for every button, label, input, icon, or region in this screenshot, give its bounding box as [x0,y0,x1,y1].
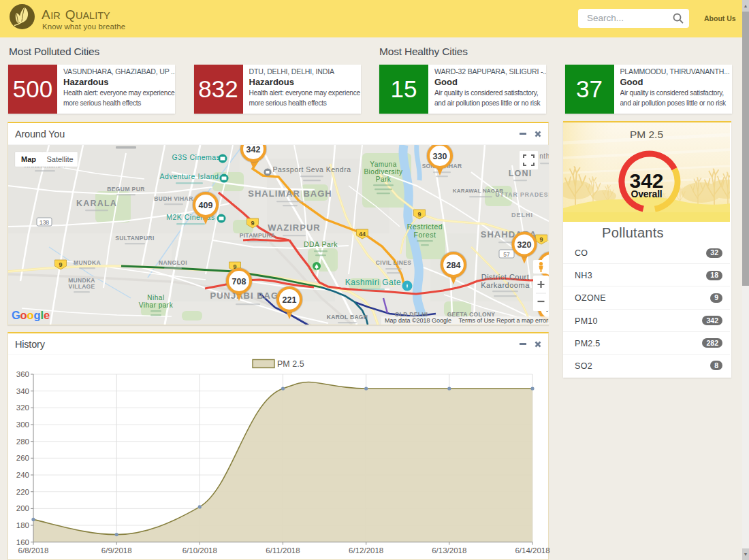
svg-text:6/10/2018: 6/10/2018 [182,546,217,555]
svg-text:BUDH VIHAR: BUDH VIHAR [154,195,193,202]
svg-text:6/12/2018: 6/12/2018 [349,546,383,555]
svg-text:280: 280 [16,438,29,446]
svg-text:Karkardooma: Karkardooma [481,281,530,289]
svg-text:6/11/2018: 6/11/2018 [266,546,300,555]
svg-text:240: 240 [16,471,29,479]
svg-text:138: 138 [39,219,49,226]
svg-text:LONI: LONI [509,169,532,178]
svg-text:SHALIMAR BAGH: SHALIMAR BAGH [248,188,332,199]
svg-text:6/9/2018: 6/9/2018 [101,546,132,555]
svg-text:Adventure Island: Adventure Island [160,172,219,180]
svg-text:KAROL BAGH: KAROL BAGH [327,314,368,320]
svg-text:G: G [12,309,20,321]
svg-text:PITAMPURA: PITAMPURA [240,232,276,239]
svg-text:BEGUM PUR: BEGUM PUR [107,186,145,193]
svg-text:Kashmiri Gate: Kashmiri Gate [345,278,402,287]
svg-text:KARAWAL NAGAR: KARAWAL NAGAR [453,188,503,194]
svg-text:VILLAGE: VILLAGE [69,283,95,290]
svg-text:Biodiversity: Biodiversity [364,168,402,176]
svg-text:180: 180 [16,521,29,529]
svg-text:o: o [20,309,27,321]
svg-text:Yamuna: Yamuna [370,161,397,168]
svg-text:57: 57 [503,251,510,258]
svg-text:9: 9 [417,211,421,218]
svg-text:MUNDKA: MUNDKA [74,259,101,266]
svg-text:260: 260 [16,454,29,462]
svg-text:CIVIL LINES: CIVIL LINES [376,259,411,266]
svg-text:Restricted: Restricted [407,223,443,231]
svg-text:409: 409 [199,201,213,210]
svg-text:District Court: District Court [481,273,530,281]
svg-text:330: 330 [433,152,447,161]
svg-text:PUNJABI BAGH: PUNJABI BAGH [210,291,286,301]
svg-text:Nihal: Nihal [147,294,164,301]
svg-text:DELHI: DELHI [511,212,533,218]
svg-text:g: g [34,309,41,321]
svg-text:44: 44 [359,231,366,237]
svg-text:DDA Park: DDA Park [304,240,338,248]
svg-text:UTTAR PRADESH: UTTAR PRADESH [495,191,549,198]
svg-text:6/8/2018: 6/8/2018 [18,546,49,555]
svg-text:o: o [27,309,34,321]
svg-text:Map data ©2018 Google: Map data ©2018 Google [385,317,451,324]
svg-text:Park: Park [376,176,392,183]
svg-text:360: 360 [16,370,29,378]
svg-text:Vihar park: Vihar park [139,301,174,309]
svg-text:320: 320 [16,403,29,412]
svg-text:9: 9 [59,261,62,268]
svg-text:220: 220 [16,488,29,496]
svg-text:320: 320 [517,240,532,250]
svg-text:284: 284 [447,261,461,270]
svg-text:6/13/2018: 6/13/2018 [432,546,466,555]
svg-text:342: 342 [246,145,261,154]
svg-text:SULTANPURI: SULTANPURI [115,235,155,242]
svg-text:KARALA: KARALA [76,199,117,208]
svg-text:300: 300 [16,421,29,429]
svg-text:9: 9 [251,220,254,227]
svg-text:Passport Seva Kendra: Passport Seva Kendra [272,165,351,174]
svg-text:G3S Cinemas: G3S Cinemas [172,153,221,161]
svg-text:Report a map error: Report a map error [496,317,548,324]
svg-text:160: 160 [16,538,29,546]
svg-text:e: e [44,309,50,321]
svg-text:NANGLOI: NANGLOI [159,259,187,266]
svg-text:Satellite: Satellite [46,155,73,163]
svg-text:200: 200 [16,504,29,512]
svg-text:WAZIRPUR: WAZIRPUR [268,223,320,233]
svg-text:PM 2.5: PM 2.5 [277,359,304,369]
svg-text:221: 221 [283,295,297,305]
svg-text:Forest: Forest [414,231,436,239]
svg-text:6/14/2018: 6/14/2018 [515,546,549,555]
svg-text:Map: Map [21,155,36,163]
svg-text:708: 708 [232,277,246,286]
svg-text:Terms of Use: Terms of Use [458,317,494,324]
svg-text:9: 9 [539,236,543,243]
svg-text:340: 340 [16,387,29,395]
svg-text:nth: nth [539,152,549,160]
